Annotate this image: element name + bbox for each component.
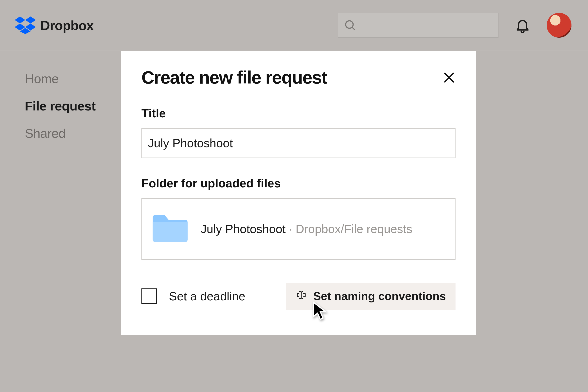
avatar[interactable] — [547, 13, 572, 38]
text-cursor-icon — [296, 290, 307, 303]
search-input[interactable] — [338, 13, 499, 38]
folder-section-label: Folder for uploaded files — [141, 176, 456, 190]
svg-line-6 — [352, 27, 355, 30]
folder-name: July Photoshoot — [201, 222, 286, 236]
sidebar-item-shared[interactable]: Shared — [25, 126, 95, 141]
sidebar-item-home[interactable]: Home — [25, 71, 95, 86]
brand-name: Dropbox — [40, 18, 93, 33]
naming-button-label: Set naming conventions — [313, 290, 446, 303]
deadline-checkbox-row[interactable]: Set a deadline — [141, 288, 245, 304]
title-input[interactable] — [141, 128, 456, 158]
app-header: Dropbox — [0, 0, 588, 51]
sidebar-item-file-request[interactable]: File request — [25, 98, 95, 114]
folder-path-text: July Photoshoot · Dropbox/File requests — [201, 222, 412, 236]
modal-title: Create new file request — [141, 67, 327, 88]
deadline-label: Set a deadline — [169, 289, 245, 303]
deadline-checkbox[interactable] — [141, 288, 157, 304]
svg-marker-1 — [25, 16, 36, 24]
create-file-request-modal: Create new file request Title Folder for… — [121, 51, 476, 335]
folder-path: Dropbox/File requests — [295, 222, 412, 236]
svg-marker-0 — [15, 16, 25, 24]
notifications-icon[interactable] — [515, 16, 531, 34]
folder-selector[interactable]: July Photoshoot · Dropbox/File requests — [141, 198, 456, 260]
folder-icon — [151, 212, 189, 246]
title-field-label: Title — [141, 106, 456, 120]
sidebar-nav: Home File request Shared — [25, 71, 95, 141]
close-icon[interactable] — [443, 71, 456, 84]
brand-logo[interactable]: Dropbox — [15, 16, 93, 34]
search-icon — [344, 19, 356, 31]
folder-separator: · — [286, 222, 295, 236]
dropbox-icon — [15, 16, 36, 34]
set-naming-conventions-button[interactable]: Set naming conventions — [286, 283, 456, 310]
